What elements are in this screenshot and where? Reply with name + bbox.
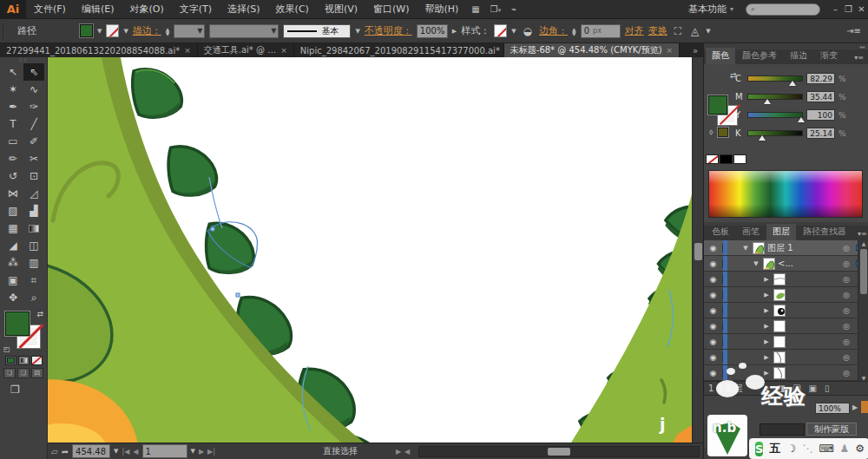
blend-mode-select[interactable] (760, 423, 805, 436)
graph-tool[interactable]: ▥ (23, 254, 44, 272)
menu-effect[interactable]: 效果(C) (268, 0, 317, 19)
tab-swatches[interactable]: 色板 (706, 224, 735, 240)
preview-mode-icon[interactable]: ▱ (51, 447, 58, 456)
close-icon[interactable]: × (280, 46, 287, 55)
close-icon[interactable]: × (667, 46, 674, 55)
fill-swatch[interactable] (5, 311, 30, 336)
arrange-documents-icon[interactable]: ❒▾ (485, 4, 506, 14)
stroke-weight-stepper[interactable]: ▲▼ (166, 27, 170, 36)
draw-behind-button[interactable]: ❏ (17, 368, 30, 378)
publish-icon[interactable]: ➦ (62, 447, 69, 456)
default-fill-stroke-icon[interactable]: ◰ (3, 345, 10, 353)
visibility-eye-icon[interactable]: ◉ (704, 369, 723, 377)
stroke-panel-link[interactable]: 描边： (133, 24, 161, 37)
yellow-value-field[interactable]: 100 (806, 109, 835, 121)
black-value-field[interactable]: 25.14 (806, 128, 835, 139)
in-gamut-swatch[interactable] (718, 128, 728, 137)
symbol-sprayer-tool[interactable]: ⁂ (3, 254, 23, 272)
chevron-down-icon[interactable]: ▼ (191, 448, 195, 455)
settings-wrench-icon[interactable]: ⚙ (855, 443, 865, 455)
chevron-down-icon[interactable]: ▼ (355, 28, 359, 35)
magenta-value-field[interactable]: 35.44 (806, 91, 835, 102)
layer-row[interactable]: ◉ ▶ ◎ (704, 365, 868, 381)
target-icon[interactable]: ◎ (837, 369, 856, 377)
eyedropper-tool[interactable]: ◢ (3, 237, 23, 254)
layer-row[interactable]: ◉ ▶ ◎ (704, 272, 868, 287)
search-input[interactable]: ⌕ (746, 3, 820, 16)
expand-icon[interactable]: ▶ (762, 354, 771, 361)
magic-wand-tool[interactable]: ✶ (3, 81, 23, 98)
lasso-tool[interactable]: ∿ (23, 81, 44, 98)
expand-icon[interactable]: ▶ (762, 292, 771, 298)
bridge-icon[interactable]: ▦ (466, 4, 484, 14)
corner-link[interactable]: 边角： (539, 24, 568, 37)
width-tool[interactable]: ⋈ (3, 185, 23, 202)
stroke-color-swatch[interactable] (106, 24, 119, 37)
corner-field[interactable]: 0 px (581, 24, 621, 38)
scrollbar-thumb[interactable] (548, 448, 570, 456)
panel-dock-icon[interactable]: ⇥≡ (846, 26, 868, 36)
visibility-eye-icon[interactable]: ◉ (704, 275, 723, 284)
paintbrush-tool[interactable]: ✐ (23, 133, 44, 150)
chevron-down-icon[interactable]: ▼ (97, 28, 102, 35)
tab-pathfinder[interactable]: 路径查找器 (797, 224, 852, 240)
chevron-down-icon[interactable]: ▼ (706, 28, 710, 35)
type-tool[interactable]: T (3, 115, 23, 133)
brush-definition-select[interactable]: ▼ (209, 24, 279, 38)
sogou-logo-icon[interactable]: S (755, 442, 763, 456)
scroll-left-icon[interactable]: ▶ (396, 448, 401, 456)
new-layer-icon[interactable]: ▣ (809, 384, 817, 393)
menu-edit[interactable]: 编辑(E) (74, 0, 122, 19)
chevron-right-icon[interactable]: ▶ (452, 28, 457, 35)
visibility-eye-icon[interactable]: ◉ (704, 259, 723, 268)
free-transform-tool[interactable]: ⊡ (23, 167, 44, 185)
layer-row[interactable]: ◉ ▶ ◎ (704, 334, 868, 350)
menu-help[interactable]: 帮助(H) (417, 0, 466, 19)
menu-file[interactable]: 文件(F) (26, 0, 74, 19)
chevron-down-icon[interactable]: ▼ (114, 448, 118, 455)
cyan-value-field[interactable]: 82.29 (806, 73, 835, 84)
close-button[interactable]: ✕ (855, 4, 868, 14)
tab-gradient[interactable]: 渐变 (814, 48, 844, 64)
expand-icon[interactable]: ▶ (762, 323, 771, 330)
draw-normal-button[interactable]: ❏ (3, 368, 16, 378)
document-tab[interactable]: Nipic_29842067_20190829115417377000.ai* … (294, 43, 504, 57)
moon-icon[interactable]: ☽ (786, 443, 796, 455)
dots-icon[interactable]: ⋱ (802, 443, 812, 455)
yellow-slider[interactable] (747, 112, 803, 118)
opacity-field[interactable]: 100% (417, 24, 448, 38)
layer-row[interactable]: ◉ ▼ <... ◎ (704, 256, 868, 272)
layer-row[interactable]: ◉ ▶ ◎ (704, 287, 868, 303)
visibility-eye-icon[interactable]: ◉ (704, 338, 723, 346)
chevron-down-icon[interactable]: ▼ (511, 28, 516, 35)
fill-swatch[interactable] (708, 95, 727, 115)
swap-fill-stroke-icon[interactable]: ⇄ (36, 310, 43, 318)
visibility-eye-icon[interactable]: ◉ (704, 322, 723, 331)
menu-object[interactable]: 对象(O) (122, 0, 171, 19)
make-mask-button[interactable]: 制作蒙版 (806, 423, 857, 436)
expand-icon[interactable]: ▼ (741, 245, 750, 252)
layer-name[interactable]: <... (778, 259, 837, 268)
color-button[interactable] (5, 356, 16, 365)
scroll-up-icon[interactable]: ▲ (858, 240, 868, 246)
perspective-grid-tool[interactable]: ◿ (23, 185, 44, 202)
visibility-eye-icon[interactable]: ◉ (704, 244, 723, 252)
slider-thumb[interactable] (798, 117, 805, 122)
layer-row[interactable]: ◉ ▼ 图层 1 ◎ (704, 240, 868, 256)
draw-inside-button[interactable]: 回 (31, 368, 43, 378)
stroke-weight-select[interactable]: ▼ (174, 24, 205, 38)
menu-window[interactable]: 窗口(W) (365, 0, 417, 19)
scroll-down-icon[interactable]: ▼ (858, 375, 868, 381)
black-swatch[interactable] (720, 154, 733, 164)
expand-icon[interactable]: ▶ (762, 370, 771, 377)
artboard-tool[interactable]: ▣ (3, 272, 23, 289)
selection-tool[interactable]: ↖ (3, 63, 23, 81)
pencil-tool[interactable]: ✏ (3, 150, 23, 167)
last-artboard-button[interactable]: ▶| (207, 448, 215, 456)
tab-layers[interactable]: 图层 (766, 224, 796, 240)
column-graph-tool[interactable]: ▟ (23, 202, 44, 220)
document-tab-active[interactable]: 未标题-68* @ 454.48% (CMYK/预览) × (504, 43, 680, 57)
first-artboard-button[interactable]: |◀ (122, 448, 129, 456)
none-button[interactable] (31, 356, 43, 365)
out-of-gamut-warning[interactable]: ⬨ (709, 127, 728, 137)
